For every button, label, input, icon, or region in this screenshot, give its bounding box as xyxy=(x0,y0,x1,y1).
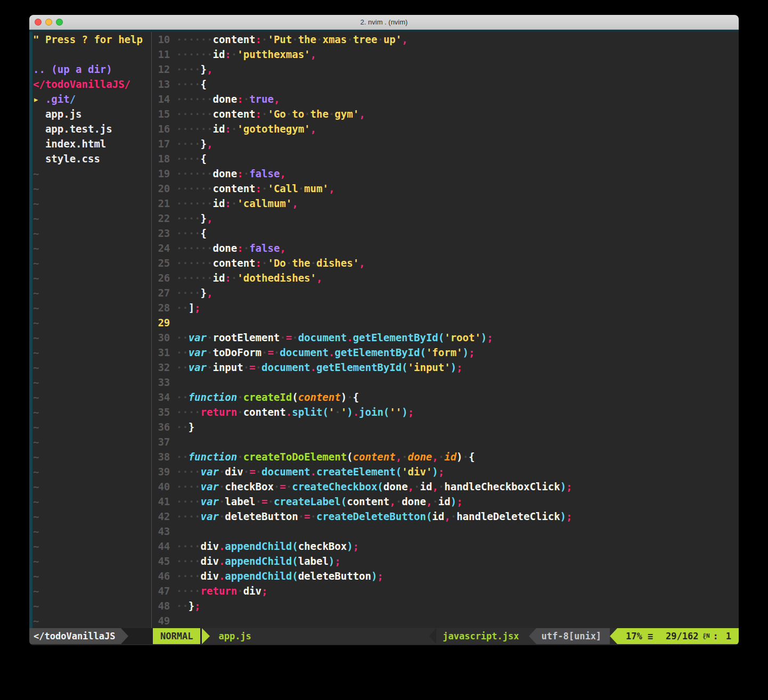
code-line-15[interactable]: 15······content:·'Go·to·the·gym', xyxy=(152,106,739,121)
line-number: 19 xyxy=(152,166,170,181)
nerdtree-item--git[interactable]: ▸ .git/ xyxy=(33,92,151,106)
code-line-10[interactable]: 10······content:·'Put·the·xmas·tree·up', xyxy=(152,32,739,47)
code-line-24[interactable]: 24······done:·false, xyxy=(152,241,739,256)
code-text: ····div.appendChild(label); xyxy=(176,555,341,567)
token: done xyxy=(383,481,408,492)
terminal-edge-bottom xyxy=(29,644,739,645)
token: var xyxy=(201,466,219,477)
code-line-30[interactable]: 30··var·rootElement·=·document.getElemen… xyxy=(152,330,739,345)
token: ) xyxy=(329,555,334,567)
line-number: 35 xyxy=(152,405,170,419)
code-text: ··var·input·=·document.getElementById('i… xyxy=(176,361,463,373)
tilde-marker: ~ xyxy=(33,332,39,343)
space-dot: · xyxy=(463,451,469,463)
entry-label: style.css xyxy=(45,153,100,164)
token: : xyxy=(237,168,243,179)
code-line-33[interactable]: 33 xyxy=(152,375,739,390)
code-line-34[interactable]: 34··function·createId(content)·{ xyxy=(152,390,739,405)
token: appendChild( xyxy=(225,555,298,567)
titlebar[interactable]: 2. nvim . (nvim) xyxy=(29,15,739,30)
code-line-14[interactable]: 14······done:·true, xyxy=(152,92,739,106)
statusline-nerdtree-area: </todoVanillaJS xyxy=(29,628,153,644)
space-dot: · xyxy=(189,257,194,269)
code-line-45[interactable]: 45····div.appendChild(label); xyxy=(152,554,739,569)
space-dot: · xyxy=(267,496,273,507)
space-dot: · xyxy=(201,242,207,254)
code-line-49[interactable]: 49 xyxy=(152,613,739,628)
code-line-12[interactable]: 12····}, xyxy=(152,62,739,77)
nerdtree-root[interactable]: </todoVanillaJS/ xyxy=(33,77,151,92)
code-line-35[interactable]: 35····return·content.split('·').join('')… xyxy=(152,405,739,419)
tilde-marker: ~ xyxy=(33,257,39,269)
nerdtree-item-index-html[interactable]: index.html xyxy=(33,136,151,151)
editor-buffer[interactable]: 10······content:·'Put·the·xmas·tree·up',… xyxy=(152,32,739,628)
space-dot: · xyxy=(189,287,194,299)
empty-line-tilde: ~ xyxy=(33,554,151,569)
code-text: ····return·content.split('·').join(''); xyxy=(176,406,414,418)
code-line-16[interactable]: 16······id:·'gotothegym', xyxy=(152,121,739,136)
token: : xyxy=(256,34,262,45)
nerdtree-up-dir[interactable]: .. (up a dir) xyxy=(33,62,151,77)
nerdtree-item-app-js[interactable]: app.js xyxy=(33,106,151,121)
space-dot: · xyxy=(207,183,213,194)
empty-line-tilde: ~ xyxy=(33,449,151,464)
token: document xyxy=(262,361,311,373)
code-line-37[interactable]: 37 xyxy=(152,434,739,449)
code-line-40[interactable]: 40····var·checkBox·=·createCheckbox(done… xyxy=(152,479,739,494)
code-line-46[interactable]: 46····div.appendChild(deleteButton); xyxy=(152,569,739,583)
nerdtree-item-app-test-js[interactable]: app.test.js xyxy=(33,121,151,136)
code-line-25[interactable]: 25······content:·'Do·the·dishes', xyxy=(152,256,739,270)
position-colon: : xyxy=(713,628,718,644)
space-dot: · xyxy=(347,391,353,403)
space-dot: · xyxy=(176,570,182,582)
code-line-39[interactable]: 39····var·div·=·document.createElement('… xyxy=(152,464,739,479)
nerdtree-item-style-css[interactable]: style.css xyxy=(33,151,151,166)
code-line-42[interactable]: 42····var·deleteButton·=·createDeleteBut… xyxy=(152,509,739,524)
code-line-38[interactable]: 38··function·createToDoElement(content,·… xyxy=(152,449,739,464)
code-line-20[interactable]: 20······content:·'Call·mum', xyxy=(152,181,739,196)
line-number: 38 xyxy=(152,449,170,464)
code-line-26[interactable]: 26······id:·'dothedishes', xyxy=(152,270,739,285)
space-dot: · xyxy=(194,540,200,552)
line-number: 18 xyxy=(152,151,170,166)
token: id xyxy=(420,481,432,492)
code-line-47[interactable]: 47····return·div; xyxy=(152,583,739,598)
code-line-13[interactable]: 13····{ xyxy=(152,77,739,92)
space-dot: · xyxy=(194,63,200,75)
token: id xyxy=(432,510,444,522)
nerdtree-sidebar[interactable]: " Press ? for help.. (up a dir)</todoVan… xyxy=(32,32,151,628)
code-line-43[interactable]: 43 xyxy=(152,524,739,539)
expand-arrow-icon[interactable]: ▸ xyxy=(33,93,45,105)
code-line-17[interactable]: 17····}, xyxy=(152,136,739,151)
token: document xyxy=(280,347,329,358)
space-dot: · xyxy=(194,34,200,45)
code-line-19[interactable]: 19······done:·false, xyxy=(152,166,739,181)
token: } xyxy=(201,138,207,150)
code-line-44[interactable]: 44····div.appendChild(checkBox); xyxy=(152,539,739,554)
code-line-27[interactable]: 27····}, xyxy=(152,285,739,300)
dir-slash: / xyxy=(70,93,76,105)
empty-line-tilde: ~ xyxy=(33,211,151,226)
code-line-31[interactable]: 31··var·toDoForm·=·document.getElementBy… xyxy=(152,345,739,360)
token: ; xyxy=(487,332,493,343)
code-line-18[interactable]: 18····{ xyxy=(152,151,739,166)
code-line-22[interactable]: 22····}, xyxy=(152,211,739,226)
code-line-36[interactable]: 36··} xyxy=(152,419,739,434)
code-text: ······done:·false, xyxy=(176,242,286,254)
code-line-21[interactable]: 21······id:·'callmum', xyxy=(152,196,739,211)
code-line-48[interactable]: 48··}; xyxy=(152,598,739,613)
code-line-28[interactable]: 28··]; xyxy=(152,300,739,315)
token: deleteButton xyxy=(225,510,298,522)
code-line-41[interactable]: 41····var·label·=·createLabel(content,·d… xyxy=(152,494,739,509)
nerdtree-up-dir-label: .. (up a dir) xyxy=(33,63,112,75)
token: = xyxy=(267,347,273,358)
code-line-23[interactable]: 23····{ xyxy=(152,226,739,241)
line-number: 45 xyxy=(152,554,170,569)
code-line-11[interactable]: 11······id:·'putthexmas', xyxy=(152,47,739,62)
empty-line-tilde: ~ xyxy=(33,405,151,419)
token: gym' xyxy=(334,108,359,120)
token: label xyxy=(225,496,255,507)
token: . xyxy=(219,570,225,582)
code-line-29[interactable]: 29 xyxy=(152,315,739,330)
code-line-32[interactable]: 32··var·input·=·document.getElementById(… xyxy=(152,360,739,375)
